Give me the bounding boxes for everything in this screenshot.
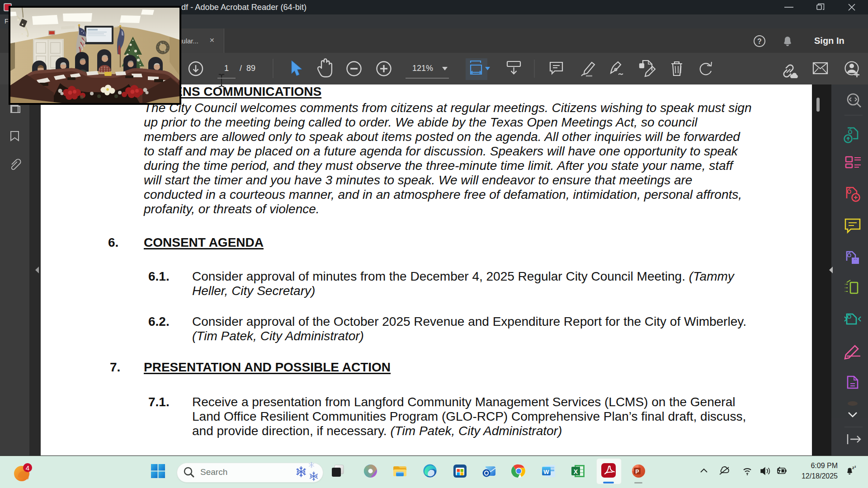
svg-text:z: z [854,465,856,468]
svg-text:P: P [635,469,639,475]
svg-text:X: X [574,468,578,475]
svg-text:?: ? [757,38,762,45]
svg-text:W: W [543,469,549,475]
svg-text:4: 4 [26,464,29,472]
